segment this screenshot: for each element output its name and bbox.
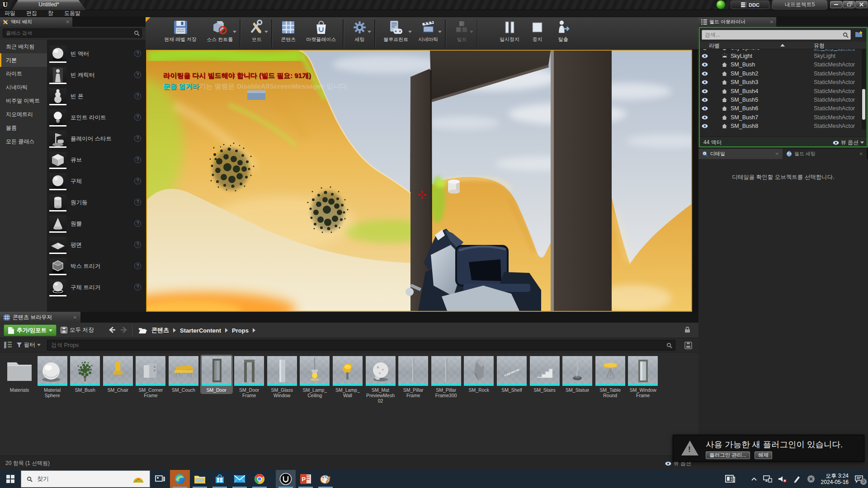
outliner-row[interactable]: SM_Bush StaticMeshActor [700,61,863,70]
taskbar-app[interactable] [250,470,269,488]
forward-button[interactable] [119,326,128,334]
label-column-header[interactable]: 라벨 [709,42,720,50]
lock-icon[interactable] [684,326,690,333]
placeable-actor-item[interactable]: 박스 트리거 ? [47,257,146,277]
outliner-row[interactable]: Sky Sphere BP_Sky_Sphere [700,49,863,52]
create-folder-icon[interactable] [855,31,864,39]
actor-category[interactable]: 최근 배치됨 [0,40,47,53]
toolbar-button[interactable]: 일시정지 [500,19,519,43]
outliner-row[interactable]: SM_Bush4 StaticMeshActor [700,88,863,96]
view-options-button[interactable]: 뷰 옵션 [833,139,864,146]
toolbar-button[interactable]: 모드 [249,19,264,43]
close-icon[interactable]: ✕ [775,151,779,156]
placeable-actor-item[interactable]: 원기둥 ? [47,193,146,214]
help-icon[interactable]: ? [134,156,141,163]
taskbar-app[interactable]: P [296,470,316,488]
placeable-actor-item[interactable]: 구체 트리거 ? [47,278,146,299]
toolbar-button[interactable]: 탈출 [555,19,571,43]
help-icon[interactable]: ? [134,50,141,57]
eye-icon[interactable] [702,80,708,85]
actor-category[interactable]: 지오메트리 [0,108,47,121]
help-icon[interactable]: ? [134,220,141,227]
close-icon[interactable]: ✕ [859,151,863,156]
filter-button[interactable]: 필터 [16,341,41,349]
asset-tile[interactable]: SM_Bush [70,356,100,393]
asset-tile[interactable]: SM_Couch [169,356,198,393]
asset-tile[interactable]: Material Sphere [38,356,67,398]
content-browser-tab[interactable]: 콘텐츠 브라우저 ✕ [0,312,80,323]
eye-icon[interactable] [702,53,708,59]
taskbar-app[interactable] [150,470,170,488]
taskbar-app[interactable] [276,470,296,488]
speaker-muted-icon[interactable] [778,475,787,483]
outliner-search-box[interactable] [702,30,851,40]
minimize-button[interactable] [830,1,842,8]
type-column-header[interactable]: 유형 [814,42,825,50]
help-icon[interactable]: ? [134,178,141,184]
asset-tile[interactable]: SM_Lamp_ Ceiling [300,356,330,398]
asset-tile[interactable]: SM_Corner Frame [136,356,165,398]
menu-item[interactable]: 편집 [26,9,37,17]
taskbar-app[interactable] [170,470,190,488]
help-icon[interactable]: ? [134,114,141,121]
outliner-search-input[interactable] [702,32,843,38]
help-icon[interactable]: ? [134,263,141,269]
network-icon[interactable] [763,475,772,483]
status-icon[interactable] [807,475,815,483]
outliner-row[interactable]: SkyLight SkyLight [700,52,863,61]
menu-item[interactable]: 창 [48,9,53,17]
asset-tile[interactable]: SM_Door [202,356,231,393]
actor-category[interactable]: 모든 클래스 [0,135,47,148]
taskbar-clock[interactable]: 오후 3:24 2024-05-16 [821,473,849,485]
eye-icon[interactable] [702,106,708,112]
eye-icon[interactable] [702,49,708,51]
sources-panel-icon[interactable] [4,341,12,349]
placeable-actor-item[interactable]: 빈 폰 ? [47,87,146,108]
manage-plugins-button[interactable]: 플러그인 관리... [706,451,750,459]
placeable-actor-item[interactable]: 평면 ? [47,235,146,256]
toolbar-button[interactable]: 소스 컨트롤 [207,19,233,43]
notification-center-button[interactable]: 3 [854,475,863,483]
breadcrumb-item[interactable]: 콘텐츠 [151,326,169,334]
asset-tile[interactable]: Materials [5,356,34,393]
asset-tile[interactable]: SM_Pillar Frame [398,356,428,398]
taskbar-app[interactable] [316,470,335,488]
world-settings-tab[interactable]: 월드 세팅 ✕ [783,149,867,159]
asset-tile[interactable]: SM_Rock [464,356,494,393]
asset-tile[interactable]: SM_Shelf [497,356,527,393]
placeable-actor-item[interactable]: 빈 캐릭터 ? [47,66,146,86]
placeable-actor-item[interactable]: 포인트 라이트 ? [47,108,146,129]
eye-icon[interactable] [702,123,708,129]
toolbar-button[interactable]: 시네마틱 [418,19,438,43]
help-icon[interactable]: ? [134,93,141,99]
outliner-row[interactable]: SM_Bush5 StaticMeshActor [700,96,863,105]
eye-icon[interactable] [702,62,708,68]
details-tab[interactable]: i 디테일 ✕ [698,149,783,159]
eye-icon[interactable] [702,89,708,94]
hidden-icons-chevron[interactable] [751,477,757,481]
asset-tile[interactable]: SM_Chair [103,356,133,393]
actor-category[interactable]: 시네마틱 [0,80,47,94]
world-outliner-tab[interactable]: 월드 아웃라이너 ✕ [698,17,776,27]
outliner-row[interactable]: SM_Bush3 StaticMeshActor [700,79,863,87]
save-all-button[interactable]: 모두 저장 [61,326,94,334]
asset-tile[interactable]: SM_Mat PreviewMesh 02 [366,356,396,404]
asset-tile[interactable]: SM_Door Frame [234,356,264,398]
restore-button[interactable] [843,1,855,8]
toolbar-button[interactable]: 마켓플레이스 [306,19,336,43]
close-button[interactable] [855,1,868,8]
taskbar-app[interactable] [230,470,250,488]
help-icon[interactable]: ? [134,135,141,142]
actor-category[interactable]: 비주얼 이펙트 [0,94,47,108]
actor-category[interactable]: 라이트 [0,67,47,80]
asset-search-box[interactable] [47,340,675,351]
start-button[interactable] [0,470,21,488]
outliner-row[interactable]: SM_Bush7 StaticMeshActor [700,114,863,122]
eye-icon[interactable] [702,71,708,77]
save-search-icon[interactable] [684,342,692,349]
toolbar-button[interactable]: 콘텐츠 [280,19,296,43]
close-icon[interactable]: ✕ [66,19,70,24]
breadcrumb-item[interactable]: StarterContent [180,327,221,334]
asset-tile[interactable]: SM_Glass Window [267,356,297,398]
toolbar-button[interactable]: 빌드 [454,19,470,43]
